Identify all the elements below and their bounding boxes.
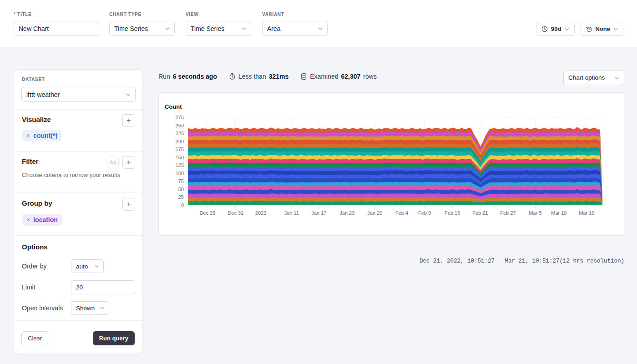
open-intervals-select[interactable]: Shown: [71, 301, 109, 315]
svg-text:250: 250: [176, 123, 184, 128]
remove-icon[interactable]: ×: [26, 216, 30, 223]
view-select[interactable]: Time Series: [186, 21, 251, 36]
add-filter-button[interactable]: +: [122, 156, 135, 169]
variant-value: Area: [267, 25, 281, 32]
duration-status: Less than 321ms: [229, 73, 288, 80]
query-actions: Clear Run query: [14, 321, 142, 354]
svg-text:25: 25: [178, 194, 184, 200]
chevron-down-icon: [100, 307, 104, 309]
svg-text:Mar 10: Mar 10: [551, 210, 566, 216]
view-value: Time Series: [191, 25, 224, 32]
chevron-down-icon: [95, 265, 99, 268]
clock-icon: [541, 26, 548, 32]
view-field-group: View Time Series: [186, 12, 251, 36]
svg-text:Jan 17: Jan 17: [311, 210, 326, 216]
group-by-section: Group by + × location: [14, 192, 142, 236]
chart-options-label: Chart options: [568, 74, 605, 81]
group-by-tag[interactable]: × location: [22, 214, 62, 226]
duration-value: 321ms: [269, 73, 289, 80]
svg-text:Feb 4: Feb 4: [395, 210, 408, 216]
svg-text:100: 100: [176, 171, 184, 176]
clear-button[interactable]: Clear: [21, 331, 48, 345]
examined-prefix: Examined: [310, 73, 338, 80]
variant-field-group: Variant Area: [262, 12, 328, 36]
visualization-tag-label: count(*): [33, 132, 57, 139]
svg-text:Feb 21: Feb 21: [472, 210, 488, 216]
variant-select[interactable]: Area: [262, 21, 328, 36]
time-range-value: 90d: [551, 25, 561, 32]
last-run-status: Run 6 seconds ago: [158, 73, 217, 80]
dataset-value: ifttt-weather: [26, 91, 60, 98]
svg-text:Dec 31: Dec 31: [228, 210, 243, 216]
filter-heading: Filter: [22, 157, 39, 165]
order-by-select[interactable]: auto: [71, 259, 104, 273]
chart-options-button[interactable]: Chart options: [563, 70, 624, 85]
add-group-by-button[interactable]: +: [122, 198, 135, 211]
svg-text:275: 275: [176, 115, 184, 120]
query-builder-panel: Dataset ifttt-weather Visualize + × coun…: [14, 69, 142, 354]
svg-text:150: 150: [176, 155, 184, 160]
open-intervals-value: Shown: [76, 305, 95, 312]
run-prefix: Run: [158, 73, 170, 80]
chevron-down-icon: [126, 93, 131, 96]
visualize-section: Visualize + × count(*): [14, 110, 142, 152]
stacked-area-chart[interactable]: Dec 25Dec 312023Jan 11Jan 17Jan 23Jan 29…: [159, 93, 624, 235]
options-section: Options Order by auto Limit Open interva…: [14, 236, 142, 321]
time-range-button[interactable]: 90d: [536, 22, 574, 36]
chevron-down-icon: [165, 27, 170, 30]
visualize-heading: Visualize: [22, 116, 51, 123]
visualization-tag[interactable]: × count(*): [22, 130, 62, 142]
rows-suffix: rows: [363, 73, 377, 80]
run-query-button[interactable]: Run query: [93, 331, 135, 345]
svg-text:Jan 11: Jan 11: [284, 210, 299, 216]
dataset-section: Dataset ifttt-weather: [14, 70, 142, 110]
svg-text:2023: 2023: [255, 210, 266, 216]
svg-text:Jan 29: Jan 29: [367, 210, 382, 216]
dataset-label: Dataset: [22, 77, 45, 82]
compare-value: None: [596, 25, 611, 32]
svg-text:225: 225: [176, 131, 184, 136]
match-case-button[interactable]: Aa: [107, 157, 119, 168]
svg-text:Feb 27: Feb 27: [500, 210, 516, 216]
title-input[interactable]: [14, 21, 99, 36]
filter-hint: Choose criteria to narrow your results: [22, 172, 120, 178]
time-range-note: Dec 21, 2022, 10:51:27 — Mar 21, 10:51:2…: [420, 258, 624, 264]
chevron-down-icon: [242, 27, 246, 30]
title-field-group: * Title: [14, 12, 99, 36]
dataset-select[interactable]: ifttt-weather: [21, 87, 136, 102]
variant-label: Variant: [262, 12, 328, 17]
group-by-heading: Group by: [22, 199, 52, 207]
chart-type-label: Chart type: [109, 12, 175, 17]
group-by-tag-label: location: [33, 216, 58, 223]
compare-against-button[interactable]: None: [581, 22, 624, 36]
add-visualization-button[interactable]: +: [122, 114, 135, 127]
svg-text:175: 175: [176, 147, 184, 152]
chart-type-value: Time Series: [114, 25, 148, 32]
database-icon: [300, 73, 307, 80]
history-icon: [586, 26, 592, 32]
open-intervals-label: Open intervals: [22, 304, 63, 312]
stopwatch-icon: [229, 73, 236, 80]
chevron-down-icon: [565, 28, 569, 30]
chart-type-field-group: Chart type Time Series: [109, 12, 175, 36]
svg-text:50: 50: [178, 187, 184, 192]
chart-type-select[interactable]: Time Series: [109, 21, 175, 36]
svg-text:Mar 16: Mar 16: [579, 210, 594, 216]
duration-prefix: Less than: [238, 73, 266, 80]
chevron-down-icon: [318, 27, 323, 30]
svg-text:Feb 9: Feb 9: [418, 210, 431, 216]
order-by-value: auto: [76, 263, 88, 270]
limit-input[interactable]: [71, 280, 135, 294]
title-label: * Title: [14, 12, 99, 17]
svg-text:Feb 15: Feb 15: [445, 210, 460, 216]
examined-rows-status: Examined 62,307 rows: [300, 73, 377, 80]
chevron-down-icon: [613, 28, 618, 30]
svg-text:Mar 5: Mar 5: [529, 210, 541, 216]
chart-card: Count Dec 25Dec 312023Jan 11Jan 17Jan 23…: [158, 92, 624, 236]
svg-text:Jan 23: Jan 23: [339, 210, 354, 216]
view-label: View: [186, 12, 251, 17]
svg-text:75: 75: [178, 178, 184, 184]
remove-icon[interactable]: ×: [26, 132, 30, 139]
svg-text:0: 0: [181, 202, 184, 208]
filter-section: Filter Aa + Choose criteria to narrow yo…: [14, 152, 142, 192]
